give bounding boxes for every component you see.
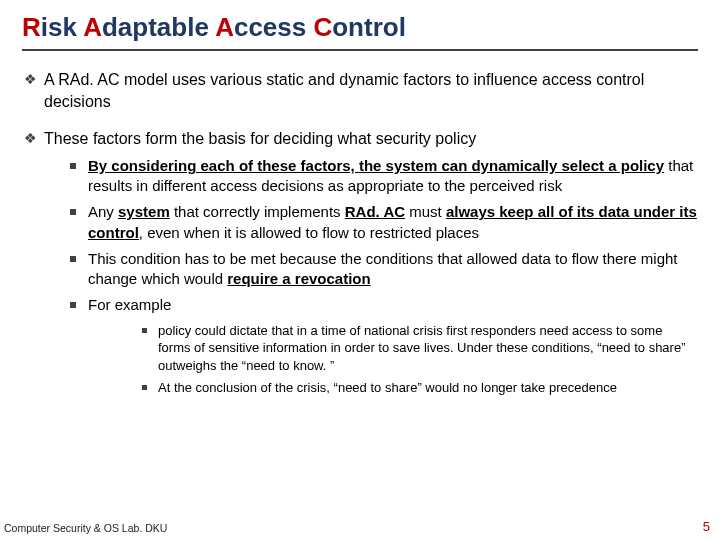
title-text: ontrol	[332, 12, 406, 42]
content: A RAd. AC model uses various static and …	[22, 69, 698, 397]
bullet-text: , even when it is allowed to flow to res…	[139, 224, 479, 241]
title-text: isk	[41, 12, 83, 42]
title-text: ccess	[234, 12, 314, 42]
title-text: daptable	[102, 12, 215, 42]
bullet-l3: policy could dictate that in a time of n…	[88, 322, 698, 375]
bullet-l2: This condition has to be met because the…	[44, 249, 698, 290]
bullet-text: These factors form the basis for decidin…	[44, 130, 476, 147]
bullet-l3: At the conclusion of the crisis, “need t…	[88, 379, 698, 397]
title-letter: A	[215, 12, 234, 42]
title-letter: R	[22, 12, 41, 42]
page-number: 5	[703, 519, 710, 534]
sublist: policy could dictate that in a time of n…	[88, 322, 698, 397]
bullet-text: Any	[88, 203, 118, 220]
slide-title: Risk Adaptable Access Control	[22, 12, 698, 51]
bullet-text: policy could dictate that in a time of n…	[158, 323, 685, 373]
bullet-text: For example	[88, 296, 171, 313]
title-letter: C	[313, 12, 332, 42]
bullet-text: A RAd. AC model uses various static and …	[44, 71, 644, 110]
slide: Risk Adaptable Access Control A RAd. AC …	[0, 0, 720, 540]
bullet-l2: For example policy could dictate that in…	[44, 295, 698, 396]
underlined-text: system	[118, 203, 170, 220]
bullet-l1: These factors form the basis for decidin…	[22, 128, 698, 397]
footer-text: Computer Security & OS Lab. DKU	[4, 522, 167, 534]
title-letter: A	[83, 12, 102, 42]
bullet-l1: A RAd. AC model uses various static and …	[22, 69, 698, 112]
bullet-text: must	[405, 203, 446, 220]
underlined-text: require a revocation	[227, 270, 370, 287]
underlined-text: By considering each of these factors, th…	[88, 157, 664, 174]
sublist: By considering each of these factors, th…	[44, 156, 698, 397]
bullet-text: This condition has to be met because the…	[88, 250, 678, 287]
underlined-text: RAd. AC	[345, 203, 405, 220]
bullet-text: that correctly implements	[170, 203, 345, 220]
bullet-text: At the conclusion of the crisis, “need t…	[158, 380, 617, 395]
bullet-l2: Any system that correctly implements RAd…	[44, 202, 698, 243]
bullet-l2: By considering each of these factors, th…	[44, 156, 698, 197]
